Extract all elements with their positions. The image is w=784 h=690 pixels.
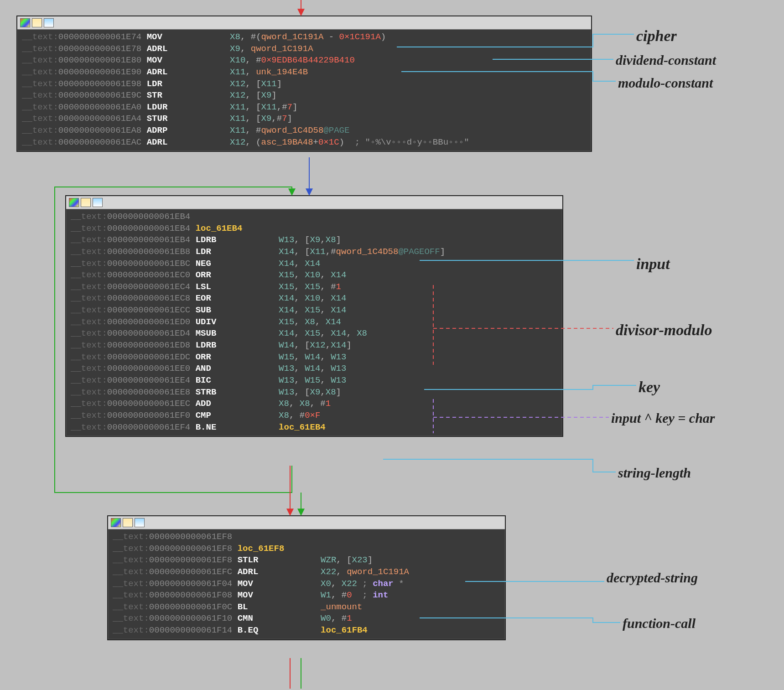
edit-icon[interactable] xyxy=(123,518,133,527)
edit-icon[interactable] xyxy=(81,198,91,207)
disasm-line: __text:0000000000061E74 MOV X8, #(qword_… xyxy=(22,31,587,43)
disasm-line: __text:0000000000061F14 B.EQ loc_61FB4 xyxy=(113,625,500,637)
disasm-line: __text:0000000000061E9C STR X12, [X9] xyxy=(22,90,587,102)
basic-block-1[interactable]: __text:0000000000061E74 MOV X8, #(qword_… xyxy=(16,16,592,152)
edit-icon[interactable] xyxy=(32,18,42,27)
disasm-line: __text:0000000000061EB4 loc_61EB4 xyxy=(71,223,558,235)
disasm-line: __text:0000000000061E98 LDR X12, [X11] xyxy=(22,78,587,90)
annotation-dividend-constant: dividend-constant xyxy=(616,52,716,67)
annotation-key: key xyxy=(639,379,660,395)
disasm-line: __text:0000000000061ED8 LDRB W14, [X12,X… xyxy=(71,340,558,352)
disasm-line: __text:0000000000061F0C BL _unmount xyxy=(113,602,500,613)
disasm-line: __text:0000000000061ED0 UDIV X15, X8, X1… xyxy=(71,316,558,328)
view-icon[interactable] xyxy=(135,518,145,527)
block-toolbar xyxy=(108,516,505,529)
disasm-body: __text:0000000000061E74 MOV X8, #(qword_… xyxy=(17,30,591,151)
palette-icon[interactable] xyxy=(111,518,121,527)
basic-block-3[interactable]: __text:0000000000061EF8__text:0000000000… xyxy=(107,515,506,640)
disasm-line: __text:0000000000061EA4 STUR X11, [X9,#7… xyxy=(22,113,587,125)
disasm-line: __text:0000000000061EAC ADRL X12, (asc_1… xyxy=(22,137,587,149)
disasm-line: __text:0000000000061EF0 CMP X8, #0×F xyxy=(71,410,558,422)
disasm-line: __text:0000000000061EB4 LDRB W13, [X9,X8… xyxy=(71,234,558,246)
disasm-line: __text:0000000000061EB8 LDR X14, [X11,#q… xyxy=(71,246,558,258)
annotation-xor: input ^ key = char xyxy=(611,410,715,425)
annotation-string-length: string-length xyxy=(618,465,691,480)
disasm-line: __text:0000000000061EE8 STRB W13, [X9,X8… xyxy=(71,387,558,399)
disasm-line: __text:0000000000061F10 CMN W0, #1 xyxy=(113,613,500,625)
disasm-body: __text:0000000000061EB4__text:0000000000… xyxy=(66,209,562,436)
disasm-body: __text:0000000000061EF8__text:0000000000… xyxy=(108,529,505,639)
disasm-line: __text:0000000000061E90 ADRL X11, unk_19… xyxy=(22,67,587,78)
disasm-line: __text:0000000000061EE4 BIC W13, W15, W1… xyxy=(71,375,558,387)
disasm-line: __text:0000000000061F04 MOV X0, X22 ; ch… xyxy=(113,578,500,590)
annotation-divisor-modulo: divisor-modulo xyxy=(616,322,712,338)
block-toolbar xyxy=(17,16,591,30)
basic-block-2[interactable]: __text:0000000000061EB4__text:0000000000… xyxy=(65,195,563,437)
disasm-line: __text:0000000000061EC4 LSL X15, X15, #1 xyxy=(71,281,558,293)
annotation-function-call: function-call xyxy=(623,616,696,631)
graph-canvas[interactable]: __text:0000000000061E74 MOV X8, #(qword_… xyxy=(0,0,784,690)
block-toolbar xyxy=(66,196,562,209)
annotation-cipher: cipher xyxy=(636,27,677,44)
palette-icon[interactable] xyxy=(20,18,30,27)
disasm-line: __text:0000000000061EEC ADD X8, X8, #1 xyxy=(71,398,558,410)
disasm-line: __text:0000000000061EF4 B.NE loc_61EB4 xyxy=(71,422,558,434)
disasm-line: __text:0000000000061ED4 MSUB X14, X15, X… xyxy=(71,328,558,340)
disasm-line: __text:0000000000061EFC ADRL X22, qword_… xyxy=(113,566,500,578)
disasm-line: __text:0000000000061EF8 STLR WZR, [X23] xyxy=(113,555,500,566)
disasm-line: __text:0000000000061EF8 loc_61EF8 xyxy=(113,543,500,555)
annotation-modulo-constant: modulo-constant xyxy=(618,75,713,90)
disasm-line: __text:0000000000061F08 MOV W1, #0 ; int xyxy=(113,590,500,602)
disasm-line: __text:0000000000061EA0 LDUR X11, [X11,#… xyxy=(22,102,587,114)
disasm-line: __text:0000000000061EE0 AND W13, W14, W1… xyxy=(71,363,558,375)
disasm-line: __text:0000000000061EA8 ADRP X11, #qword… xyxy=(22,125,587,137)
annotation-input: input xyxy=(636,255,670,272)
view-icon[interactable] xyxy=(93,198,103,207)
palette-icon[interactable] xyxy=(69,198,79,207)
disasm-line: __text:0000000000061E80 MOV X10, #0×9EDB… xyxy=(22,55,587,67)
disasm-line: __text:0000000000061EB4 xyxy=(71,211,558,223)
disasm-line: __text:0000000000061E78 ADRL X9, qword_1… xyxy=(22,43,587,55)
view-icon[interactable] xyxy=(44,18,54,27)
disasm-line: __text:0000000000061EC8 EOR X14, X10, X1… xyxy=(71,293,558,305)
disasm-line: __text:0000000000061EF8 xyxy=(113,531,500,543)
disasm-line: __text:0000000000061ECC SUB X14, X15, X1… xyxy=(71,305,558,316)
disasm-line: __text:0000000000061EDC ORR W15, W14, W1… xyxy=(71,352,558,363)
annotation-decrypted-string: decrypted-string xyxy=(607,570,698,585)
disasm-line: __text:0000000000061EC0 ORR X15, X10, X1… xyxy=(71,270,558,281)
disasm-line: __text:0000000000061EBC NEG X14, X14 xyxy=(71,258,558,270)
